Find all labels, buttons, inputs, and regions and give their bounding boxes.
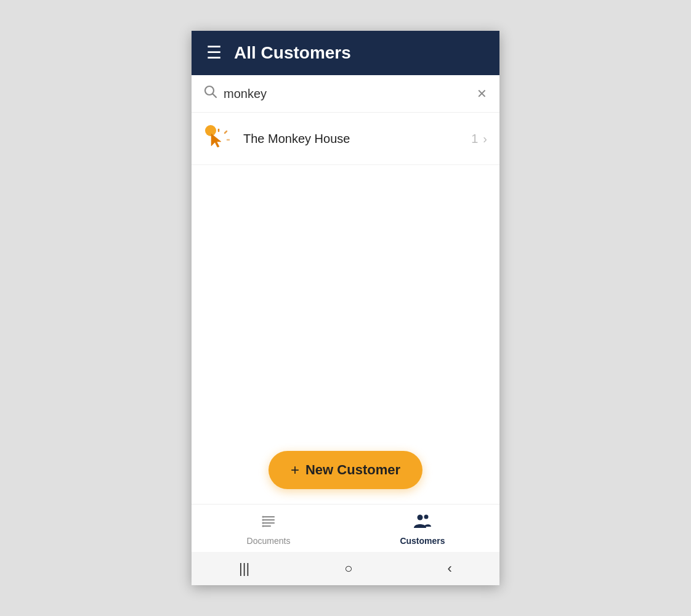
customer-icon-area xyxy=(204,124,233,153)
bottom-nav: Documents Customers xyxy=(192,504,499,552)
svg-point-11 xyxy=(262,519,264,521)
app-header: ☰ All Customers xyxy=(192,31,499,75)
cursor-icon xyxy=(208,129,230,151)
documents-nav-label: Documents xyxy=(247,536,291,546)
nav-item-documents[interactable]: Documents xyxy=(192,505,346,552)
new-customer-button[interactable]: + New Customer xyxy=(269,451,422,489)
svg-line-3 xyxy=(225,131,227,133)
documents-icon xyxy=(261,513,277,533)
svg-point-10 xyxy=(262,516,264,518)
system-nav: ||| ○ ‹ xyxy=(192,552,499,585)
search-bar: ✕ xyxy=(192,75,499,113)
new-customer-label: New Customer xyxy=(305,462,400,478)
plus-icon: + xyxy=(291,463,299,477)
customers-icon xyxy=(413,513,432,533)
menu-icon[interactable]: ☰ xyxy=(206,44,222,62)
svg-point-14 xyxy=(418,515,423,521)
svg-point-12 xyxy=(262,522,264,524)
customer-count: 1 xyxy=(471,132,478,146)
svg-point-13 xyxy=(262,525,264,527)
clear-search-icon[interactable]: ✕ xyxy=(477,86,487,101)
svg-point-15 xyxy=(424,515,429,519)
page-title: All Customers xyxy=(234,43,351,63)
svg-marker-5 xyxy=(211,134,221,147)
customer-list-item[interactable]: The Monkey House 1 › xyxy=(192,113,499,165)
system-home-button[interactable]: ○ xyxy=(344,561,352,577)
content-area: The Monkey House 1 › + New Customer xyxy=(192,113,499,504)
svg-line-1 xyxy=(213,94,217,98)
search-input[interactable] xyxy=(224,87,477,101)
chevron-right-icon: › xyxy=(483,132,487,146)
nav-item-customers[interactable]: Customers xyxy=(346,505,499,552)
system-menu-button[interactable]: ||| xyxy=(239,561,249,577)
system-back-button[interactable]: ‹ xyxy=(448,561,452,577)
phone-container: ☰ All Customers ✕ xyxy=(192,31,499,585)
search-icon xyxy=(204,85,217,102)
customer-name: The Monkey House xyxy=(243,132,471,146)
customers-nav-label: Customers xyxy=(400,536,445,546)
